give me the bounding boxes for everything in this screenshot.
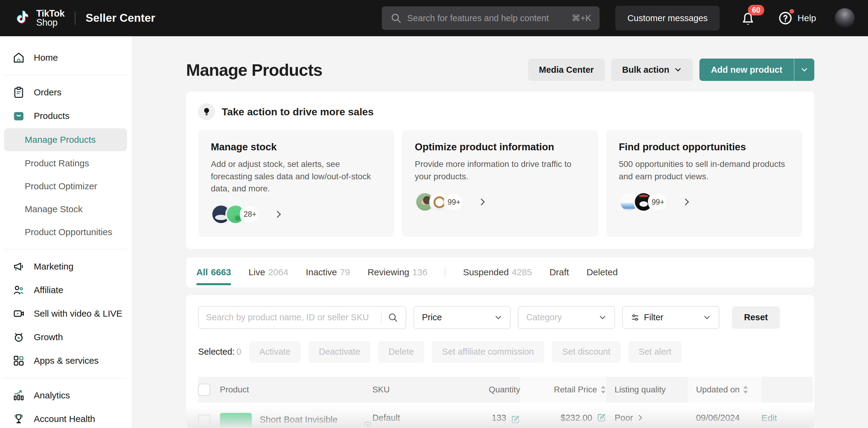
column-header-actions [762,377,813,403]
tab-deleted[interactable]: Deleted [587,257,618,287]
sidebar-divider [4,249,128,249]
filter-sliders-icon [631,313,640,322]
affiliate-icon [12,283,25,297]
tab-all[interactable]: All6663 [196,257,231,287]
manage-stock-card[interactable]: Manage stock Add or adjust stock, set al… [198,130,394,237]
listing-quality-link[interactable]: Poor [615,413,644,423]
set-discount-button[interactable]: Set discount [552,341,621,363]
tab-draft[interactable]: Draft [550,257,569,287]
chevron-right-icon[interactable] [682,197,691,206]
media-center-button[interactable]: Media Center [528,59,605,81]
sidebar-divider [4,75,128,75]
sidebar-item-orders[interactable]: Orders [0,81,132,104]
product-search-input[interactable] [206,312,375,322]
bulk-action-button[interactable]: Bulk action [611,59,693,81]
sort-icon [600,385,606,394]
product-avatar-stack: 28+ [211,204,260,225]
sidebar-item-product-ratings[interactable]: Product Ratings [0,152,132,175]
quantity-cell: 133 [463,403,520,428]
apps-icon [12,354,25,367]
row-checkbox[interactable] [198,415,210,427]
search-icon[interactable] [388,312,398,323]
sidebar-item-affiliate[interactable]: Affiliate [0,278,132,302]
customer-messages-button[interactable]: Customer messages [615,6,720,30]
sidebar-item-apps-services[interactable]: Apps & services [0,349,132,372]
chevron-right-icon[interactable] [274,210,283,219]
add-new-product-button[interactable]: Add new product [700,59,795,81]
tiktok-shop-logo[interactable]: TikTok Shop [13,8,65,28]
marketing-icon [12,260,25,273]
account-health-icon [12,412,25,426]
sidebar-item-home[interactable]: Home [0,46,132,69]
help-button[interactable]: Help [777,10,816,26]
retail-price-cell: $232.00 [520,403,606,428]
sidebar-item-account-health[interactable]: Account Health [0,407,132,428]
analytics-icon [12,389,25,402]
activate-button[interactable]: Activate [249,341,301,363]
column-header-retail-price[interactable]: Retail Price [520,377,606,403]
notification-count-badge: 60 [748,5,764,16]
page-title: Manage Products [186,60,322,80]
sidebar-item-manage-products[interactable]: Manage Products [4,128,127,151]
filter-dropdown[interactable]: Filter [622,306,719,329]
column-header-updated-on[interactable]: Updated on [688,377,762,403]
column-header-sku: SKU [372,377,463,403]
orders-icon [12,86,25,99]
product-thumbnail[interactable] [220,413,252,428]
chevron-down-icon [801,66,808,74]
retail-price-value: $232.00 [561,413,592,423]
video-live-icon [12,307,25,320]
growth-icon [12,331,25,344]
reset-button[interactable]: Reset [732,306,780,329]
edit-price-icon[interactable] [596,413,606,423]
notifications-button[interactable]: 60 [740,9,757,27]
chevron-down-icon [703,314,711,321]
status-tabs: All6663 Live2064 Inactive79 Reviewing136… [186,257,814,287]
preview-eye-icon[interactable] [363,421,372,428]
row-checkbox-cell [198,403,220,428]
sidebar-divider [4,378,128,378]
chevron-right-icon[interactable] [478,197,487,206]
account-avatar[interactable] [835,8,855,28]
edit-quantity-icon[interactable] [510,415,520,424]
sidebar-item-growth[interactable]: Growth [0,325,132,349]
tab-live[interactable]: Live2064 [249,257,288,287]
deactivate-button[interactable]: Deactivate [309,341,370,363]
tiktok-note-icon [13,8,31,28]
updated-on-cell: 09/06/2024 1:31 AM Live [688,403,762,428]
take-action-panel: Take action to drive more sales Manage s… [186,92,814,249]
search-shortcut: ⌘+K [571,13,591,23]
find-product-opportunities-card[interactable]: Find product opportunities 500 opportuni… [606,130,802,237]
sidebar-item-sell-with-video-live[interactable]: Sell with video & LIVE [0,302,132,325]
sidebar-item-products[interactable]: Products [0,104,132,128]
seller-center-title: Seller Center [86,12,155,24]
sidebar-item-product-opportunities[interactable]: Product Opportunities [0,221,132,244]
sidebar-item-product-optimizer[interactable]: Product Optimizer [0,175,132,198]
updated-date: 09/06/2024 [696,413,740,423]
column-header-quantity: Quantity [463,377,520,403]
tab-inactive[interactable]: Inactive79 [306,257,350,287]
tab-reviewing[interactable]: Reviewing136 [368,257,427,287]
sidebar-item-marketing[interactable]: Marketing [0,255,132,278]
help-label: Help [798,13,816,23]
select-all-checkbox[interactable] [198,383,210,396]
tab-suspended[interactable]: Suspended4285 [463,257,532,287]
product-avatar-stack: 99+ [415,192,464,212]
sidebar-item-analytics[interactable]: Analytics [0,383,132,407]
set-alert-button[interactable]: Set alert [628,341,682,363]
category-filter-dropdown[interactable]: Category [518,306,615,329]
chevron-right-icon [637,414,644,421]
product-name-line1[interactable]: Short Boat Invisible Socks [260,413,359,428]
sku-cell: Default XL-COLOR-RE D-001 [372,403,463,428]
sidebar-item-manage-stock[interactable]: Manage Stock [0,198,132,221]
price-filter-dropdown[interactable]: Price [413,306,510,329]
delete-button[interactable]: Delete [378,341,424,363]
add-new-product-dropdown-button[interactable] [795,59,814,81]
optimize-product-info-card[interactable]: Optimize product information Provide mor… [402,130,598,237]
edit-link[interactable]: Edit [762,413,777,423]
main-content: Manage Products Media Center Bulk action… [132,36,868,428]
products-icon [12,109,25,122]
set-affiliate-commission-button[interactable]: Set affiliate commission [432,341,544,363]
home-icon [12,51,25,64]
global-search-input[interactable]: Search for features and help content ⌘+K [382,6,599,30]
